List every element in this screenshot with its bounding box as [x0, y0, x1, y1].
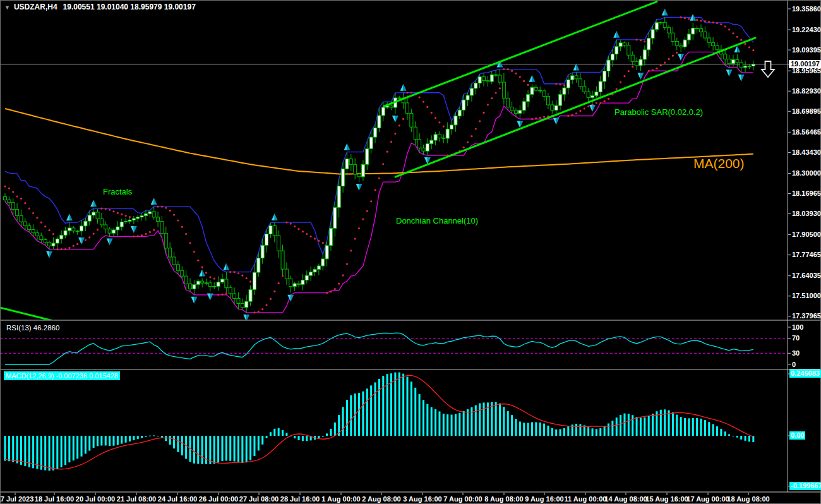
terminal-chart-window: ▼USDZAR,H419.00551 19.01040 18.95979 19.… [0, 0, 821, 504]
chart-canvas[interactable] [0, 0, 821, 504]
